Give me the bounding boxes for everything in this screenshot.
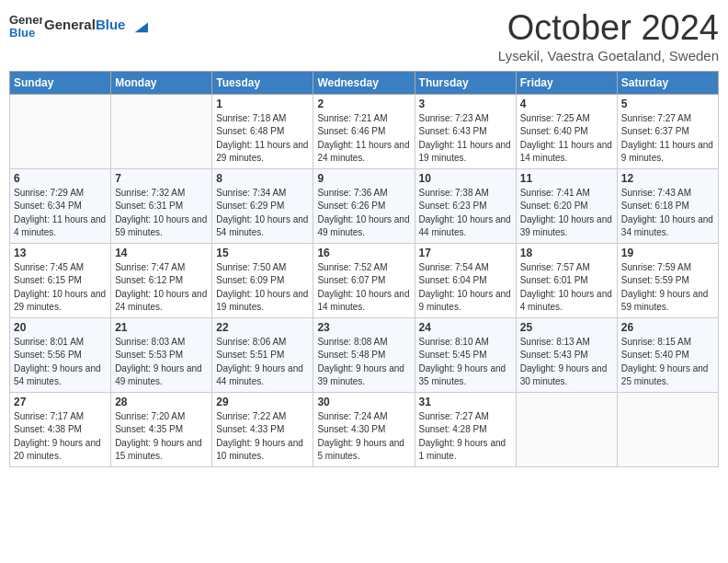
day-number: 16 <box>317 247 410 259</box>
day-number: 11 <box>520 172 613 185</box>
day-info: Sunrise: 7:17 AM Sunset: 4:38 PM Dayligh… <box>14 410 107 464</box>
day-info: Sunrise: 7:27 AM Sunset: 4:28 PM Dayligh… <box>419 410 512 464</box>
calendar-cell: 3Sunrise: 7:23 AM Sunset: 6:43 PM Daylig… <box>415 94 516 168</box>
day-info: Sunrise: 7:20 AM Sunset: 4:35 PM Dayligh… <box>115 410 208 464</box>
day-info: Sunrise: 7:50 AM Sunset: 6:09 PM Dayligh… <box>216 261 309 315</box>
day-number: 9 <box>317 172 410 185</box>
day-number: 8 <box>216 172 309 185</box>
day-info: Sunrise: 7:43 AM Sunset: 6:18 PM Dayligh… <box>621 187 714 240</box>
calendar-cell <box>111 94 212 168</box>
day-info: Sunrise: 7:59 AM Sunset: 5:59 PM Dayligh… <box>621 261 714 315</box>
calendar-cell: 25Sunrise: 8:13 AM Sunset: 5:43 PM Dayli… <box>516 317 617 392</box>
calendar-cell: 22Sunrise: 8:06 AM Sunset: 5:51 PM Dayli… <box>212 317 313 392</box>
calendar-cell: 1Sunrise: 7:18 AM Sunset: 6:48 PM Daylig… <box>212 94 313 168</box>
day-info: Sunrise: 7:23 AM Sunset: 6:43 PM Dayligh… <box>419 112 512 166</box>
col-saturday: Saturday <box>617 71 718 94</box>
day-info: Sunrise: 7:24 AM Sunset: 4:30 PM Dayligh… <box>317 410 410 464</box>
calendar-location: Lysekil, Vaestra Goetaland, Sweden <box>498 48 719 63</box>
logo-triangle-icon <box>131 17 148 34</box>
calendar-cell <box>617 392 718 466</box>
calendar-week-row: 27Sunrise: 7:17 AM Sunset: 4:38 PM Dayli… <box>10 392 719 466</box>
day-number: 10 <box>419 172 512 185</box>
svg-marker-4 <box>134 22 147 32</box>
calendar-cell: 31Sunrise: 7:27 AM Sunset: 4:28 PM Dayli… <box>415 392 516 466</box>
day-info: Sunrise: 8:03 AM Sunset: 5:53 PM Dayligh… <box>115 336 208 389</box>
day-number: 30 <box>317 396 410 408</box>
svg-text:Blue: Blue <box>9 26 35 40</box>
col-friday: Friday <box>516 71 617 94</box>
logo: General Blue GeneralBlue <box>9 9 148 42</box>
day-number: 18 <box>520 247 613 259</box>
svg-text:General: General <box>9 13 42 27</box>
day-number: 19 <box>621 247 714 259</box>
day-info: Sunrise: 7:52 AM Sunset: 6:07 PM Dayligh… <box>317 261 410 315</box>
day-number: 22 <box>216 321 309 334</box>
logo-blue: Blue <box>96 17 126 32</box>
day-number: 15 <box>216 247 309 259</box>
page-header: General Blue GeneralBlue October 2024 Ly… <box>9 9 719 63</box>
day-info: Sunrise: 7:32 AM Sunset: 6:31 PM Dayligh… <box>115 187 208 240</box>
day-number: 27 <box>14 396 107 408</box>
day-info: Sunrise: 7:27 AM Sunset: 6:37 PM Dayligh… <box>621 112 714 166</box>
calendar-title: October 2024 <box>498 9 719 48</box>
calendar-cell: 14Sunrise: 7:47 AM Sunset: 6:12 PM Dayli… <box>111 243 212 317</box>
day-info: Sunrise: 7:54 AM Sunset: 6:04 PM Dayligh… <box>419 261 512 315</box>
calendar-cell: 26Sunrise: 8:15 AM Sunset: 5:40 PM Dayli… <box>617 317 718 392</box>
day-number: 12 <box>621 172 714 185</box>
day-info: Sunrise: 7:22 AM Sunset: 4:33 PM Dayligh… <box>216 410 309 464</box>
day-number: 23 <box>317 321 410 334</box>
calendar-cell: 16Sunrise: 7:52 AM Sunset: 6:07 PM Dayli… <box>313 243 415 317</box>
day-number: 6 <box>14 172 107 185</box>
day-number: 3 <box>419 98 512 110</box>
day-info: Sunrise: 7:34 AM Sunset: 6:29 PM Dayligh… <box>216 187 309 240</box>
day-number: 25 <box>520 321 613 334</box>
day-number: 14 <box>115 247 208 259</box>
calendar-cell: 21Sunrise: 8:03 AM Sunset: 5:53 PM Dayli… <box>111 317 212 392</box>
calendar-cell: 9Sunrise: 7:36 AM Sunset: 6:26 PM Daylig… <box>313 168 415 243</box>
day-info: Sunrise: 8:15 AM Sunset: 5:40 PM Dayligh… <box>621 336 714 389</box>
day-info: Sunrise: 8:08 AM Sunset: 5:48 PM Dayligh… <box>317 336 410 389</box>
col-tuesday: Tuesday <box>212 71 313 94</box>
day-number: 26 <box>621 321 714 334</box>
col-wednesday: Wednesday <box>313 71 415 94</box>
day-number: 29 <box>216 396 309 408</box>
calendar-cell: 15Sunrise: 7:50 AM Sunset: 6:09 PM Dayli… <box>212 243 313 317</box>
day-info: Sunrise: 7:25 AM Sunset: 6:40 PM Dayligh… <box>520 112 613 166</box>
calendar-week-row: 6Sunrise: 7:29 AM Sunset: 6:34 PM Daylig… <box>10 168 719 243</box>
day-number: 31 <box>419 396 512 408</box>
day-number: 20 <box>14 321 107 334</box>
day-info: Sunrise: 8:06 AM Sunset: 5:51 PM Dayligh… <box>216 336 309 389</box>
calendar-cell: 5Sunrise: 7:27 AM Sunset: 6:37 PM Daylig… <box>617 94 718 168</box>
calendar-week-row: 1Sunrise: 7:18 AM Sunset: 6:48 PM Daylig… <box>10 94 719 168</box>
day-info: Sunrise: 7:57 AM Sunset: 6:01 PM Dayligh… <box>520 261 613 315</box>
calendar-cell: 30Sunrise: 7:24 AM Sunset: 4:30 PM Dayli… <box>313 392 415 466</box>
day-info: Sunrise: 7:47 AM Sunset: 6:12 PM Dayligh… <box>115 261 208 315</box>
calendar-cell <box>516 392 617 466</box>
calendar-cell: 20Sunrise: 8:01 AM Sunset: 5:56 PM Dayli… <box>10 317 111 392</box>
col-thursday: Thursday <box>415 71 516 94</box>
logo-icon: General Blue <box>9 9 42 42</box>
calendar-cell: 24Sunrise: 8:10 AM Sunset: 5:45 PM Dayli… <box>415 317 516 392</box>
calendar-table: Sunday Monday Tuesday Wednesday Thursday… <box>9 71 719 467</box>
col-monday: Monday <box>111 71 212 94</box>
day-info: Sunrise: 7:21 AM Sunset: 6:46 PM Dayligh… <box>317 112 410 166</box>
day-number: 17 <box>419 247 512 259</box>
day-info: Sunrise: 7:29 AM Sunset: 6:34 PM Dayligh… <box>14 187 107 240</box>
day-number: 4 <box>520 98 613 110</box>
day-number: 5 <box>621 98 714 110</box>
day-number: 28 <box>115 396 208 408</box>
calendar-cell: 8Sunrise: 7:34 AM Sunset: 6:29 PM Daylig… <box>212 168 313 243</box>
calendar-cell: 17Sunrise: 7:54 AM Sunset: 6:04 PM Dayli… <box>415 243 516 317</box>
calendar-week-row: 20Sunrise: 8:01 AM Sunset: 5:56 PM Dayli… <box>10 317 719 392</box>
calendar-cell: 2Sunrise: 7:21 AM Sunset: 6:46 PM Daylig… <box>313 94 415 168</box>
day-info: Sunrise: 8:13 AM Sunset: 5:43 PM Dayligh… <box>520 336 613 389</box>
day-info: Sunrise: 7:41 AM Sunset: 6:20 PM Dayligh… <box>520 187 613 240</box>
calendar-cell: 13Sunrise: 7:45 AM Sunset: 6:15 PM Dayli… <box>10 243 111 317</box>
calendar-cell: 4Sunrise: 7:25 AM Sunset: 6:40 PM Daylig… <box>516 94 617 168</box>
calendar-cell: 7Sunrise: 7:32 AM Sunset: 6:31 PM Daylig… <box>111 168 212 243</box>
calendar-cell: 18Sunrise: 7:57 AM Sunset: 6:01 PM Dayli… <box>516 243 617 317</box>
day-number: 2 <box>317 98 410 110</box>
logo-general: General <box>44 17 96 32</box>
calendar-cell: 6Sunrise: 7:29 AM Sunset: 6:34 PM Daylig… <box>10 168 111 243</box>
day-number: 24 <box>419 321 512 334</box>
